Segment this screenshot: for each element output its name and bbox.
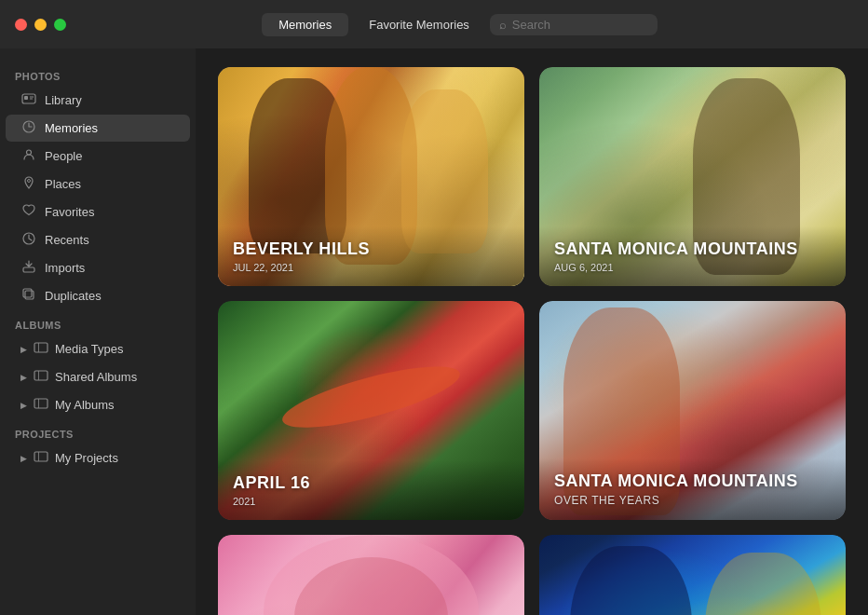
sidebar-item-my-albums[interactable]: ▶ My Albums — [6, 391, 190, 418]
sidebar-item-places-label: Places — [45, 177, 81, 191]
chevron-right-icon: ▶ — [20, 345, 27, 354]
sidebar-item-my-projects-label: My Projects — [55, 451, 118, 465]
svg-rect-1 — [24, 96, 28, 100]
svg-point-6 — [28, 180, 31, 183]
sidebar-item-recents-label: Recents — [45, 233, 89, 247]
content-area: BEVERLY HILLS JUL 22, 2021 Santa Monica … — [196, 48, 868, 615]
memory-date-3: 2021 — [233, 496, 509, 507]
sidebar-item-my-projects[interactable]: ▶ My Projects — [6, 444, 190, 472]
duplicates-icon — [20, 287, 37, 305]
media-types-icon — [33, 340, 49, 358]
sidebar-item-places[interactable]: Places — [6, 171, 190, 198]
search-icon: ⌕ — [499, 18, 507, 32]
tab-memories[interactable]: Memories — [262, 13, 348, 36]
sidebar-item-favorites-label: Favorites — [45, 205, 94, 219]
sidebar-item-memories[interactable]: Memories — [6, 115, 190, 142]
sidebar-item-duplicates[interactable]: Duplicates — [6, 282, 190, 309]
memory-card-santa-monica-2[interactable]: Santa Monica Mountains OVER THE YEARS — [539, 301, 846, 520]
sidebar-section-albums: Albums — [0, 310, 196, 335]
memory-card-beverly-hills-1[interactable]: BEVERLY HILLS JUL 22, 2021 — [218, 67, 524, 286]
sidebar-item-library[interactable]: Library — [6, 87, 190, 114]
favorites-icon — [20, 203, 37, 221]
titlebar-tabs: Memories Favorite Memories ⌕ — [66, 13, 868, 36]
memory-date-1: JUL 22, 2021 — [233, 262, 509, 273]
sidebar-item-library-label: Library — [45, 93, 82, 107]
svg-rect-17 — [34, 452, 47, 461]
sidebar-item-shared-albums-label: Shared Albums — [55, 370, 137, 384]
titlebar: Memories Favorite Memories ⌕ — [0, 0, 868, 48]
chevron-right-icon-2: ▶ — [20, 373, 27, 382]
imports-icon — [20, 259, 37, 277]
shared-albums-icon — [33, 368, 49, 386]
recents-icon — [20, 231, 37, 249]
memory-date-2: AUG 6, 2021 — [554, 262, 831, 273]
places-icon — [20, 175, 37, 193]
close-button[interactable] — [15, 19, 27, 31]
memory-overlay-3: APRIL 16 2021 — [218, 460, 524, 520]
sidebar-section-projects: Projects — [0, 419, 196, 444]
chevron-right-icon-3: ▶ — [20, 401, 27, 410]
minimize-button[interactable] — [34, 19, 47, 31]
memories-icon — [20, 119, 37, 137]
svg-rect-8 — [23, 267, 34, 272]
memory-title-1: BEVERLY HILLS — [233, 239, 509, 260]
memory-card-april16[interactable]: APRIL 16 2021 — [218, 301, 524, 520]
sidebar-item-favorites[interactable]: Favorites — [6, 198, 190, 226]
memory-overlay-2: Santa Monica Mountains AUG 6, 2021 — [539, 226, 846, 286]
sidebar-item-duplicates-label: Duplicates — [45, 289, 102, 303]
search-input[interactable] — [512, 18, 648, 32]
sidebar-item-imports[interactable]: Imports — [6, 254, 190, 281]
tab-favorite-memories[interactable]: Favorite Memories — [352, 13, 486, 36]
sidebar-item-imports-label: Imports — [45, 261, 85, 275]
svg-rect-11 — [34, 343, 47, 352]
svg-rect-13 — [34, 371, 47, 380]
search-bar: ⌕ — [490, 14, 658, 35]
memory-card-6[interactable] — [539, 535, 846, 615]
sidebar-section-photos: Photos — [0, 62, 196, 86]
sidebar-item-recents[interactable]: Recents — [6, 226, 190, 253]
library-icon — [20, 91, 37, 109]
svg-rect-9 — [25, 291, 34, 299]
main-layout: Photos Library Memories — [0, 0, 868, 615]
fullscreen-button[interactable] — [54, 19, 66, 31]
my-albums-icon — [33, 396, 49, 414]
sidebar-item-media-types-label: Media Types — [55, 342, 123, 356]
memory-overlay-1: BEVERLY HILLS JUL 22, 2021 — [218, 226, 524, 286]
memory-card-santa-monica-1[interactable]: Santa Monica Mountains AUG 6, 2021 — [539, 67, 846, 286]
memory-title-4: Santa Monica Mountains — [554, 472, 831, 492]
traffic-lights — [0, 19, 66, 31]
sidebar-item-memories-label: Memories — [45, 121, 98, 135]
memory-overlay-4: Santa Monica Mountains OVER THE YEARS — [539, 458, 846, 520]
memory-subtitle-4: OVER THE YEARS — [554, 494, 831, 507]
sidebar-item-media-types[interactable]: ▶ Media Types — [6, 335, 190, 362]
svg-rect-10 — [23, 289, 32, 297]
sidebar-item-my-albums-label: My Albums — [55, 398, 115, 412]
my-projects-icon — [33, 449, 49, 467]
memory-title-2: Santa Monica Mountains — [554, 239, 831, 260]
sidebar-item-people[interactable]: People — [6, 143, 190, 170]
memory-card-beverly-hills-2[interactable]: Beverly Hills JUL 28, 2021 — [218, 535, 524, 615]
sidebar: Photos Library Memories — [0, 48, 196, 615]
people-icon — [20, 147, 37, 165]
sidebar-item-people-label: People — [45, 149, 82, 163]
chevron-right-icon-4: ▶ — [20, 454, 27, 463]
svg-point-5 — [27, 150, 32, 155]
sidebar-item-shared-albums[interactable]: ▶ Shared Albums — [6, 363, 190, 390]
memory-title-3: APRIL 16 — [233, 473, 509, 494]
memories-grid: BEVERLY HILLS JUL 22, 2021 Santa Monica … — [218, 67, 846, 615]
svg-rect-15 — [34, 399, 47, 408]
